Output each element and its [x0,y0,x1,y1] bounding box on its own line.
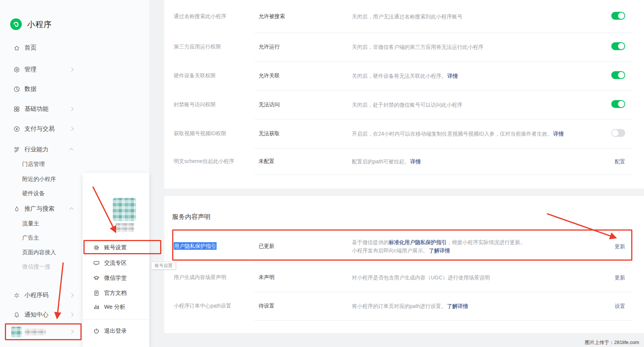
home-icon [14,45,20,51]
subitem-label: 页面内容接入 [22,249,56,256]
setting-status: 未配置 [259,158,274,165]
sidebar-item-label: 基础功能 [24,105,48,113]
description-text: 关闭后，硬件设备将无法关联此小程序。 [352,73,447,79]
manage-icon [14,66,20,73]
chevron-up-icon [69,148,73,152]
subitem-label: 流量主 [22,220,39,227]
toggle-switch[interactable] [611,129,625,137]
sidebar-item-label: 行业能力 [24,146,48,154]
subitem-label: 硬件设备 [22,190,45,197]
chevron-right-icon [69,107,73,111]
setting-description: 关闭后，硬件设备将无法关联此小程序。详情 [352,72,595,80]
setting-label: 用户生成内容场景声明 [174,274,226,281]
pie-chart-icon [14,86,20,92]
toggle-knob [612,130,618,136]
toggle-switch[interactable] [611,12,625,20]
setting-label: 第三方应用运行权限 [174,44,221,50]
detail-link[interactable]: 详情 [447,73,458,79]
configure-link[interactable]: 配置 [615,158,625,164]
chevron-right-icon [69,329,73,333]
settings-row: 第三方应用运行权限 允许运行 关闭后，非微信客户端的第三方应用将无法运行此小程序 [164,33,644,61]
update-link[interactable]: 更新 [615,274,625,280]
sparkle-code-icon [14,292,20,299]
description-text: 配置后的path可被拉起。 [352,158,409,164]
chevron-right-icon [69,293,73,297]
setting-status: 未声明 [259,274,274,281]
toggle-switch[interactable] [611,71,625,79]
setting-status: 待设置 [259,303,274,309]
description-text: 对小程序是否包含用户生成内容（UGC）进行使用场景说明 [352,275,490,281]
detail-link[interactable]: 详情 [410,158,421,164]
description-text: 开启后，在24小时内可以在移动端复制任意视频号视频ID入参，仅对当前操作者生效。 [352,131,553,137]
popup-item-label: 退出登录 [104,327,127,335]
set-link[interactable]: 设置 [615,303,625,309]
settings-row: 明文scheme拉起此小程序 未配置 配置后的path可被拉起。详情 配置 [164,148,644,175]
popup-divider [83,319,149,320]
subitem-label: 微信搜一搜 [22,263,50,270]
popup-item-label: We 分析 [104,303,125,311]
setting-label: 硬件设备关联权限 [174,72,216,79]
settings-row: 用户隐私保护指引 已更新 基于微信提供的标准化用户隐私保护指引，根据小程序实际情… [164,229,644,263]
sidebar-item-label: 小程序码 [24,291,48,299]
sidebar-item-label: 数据 [24,85,36,93]
sidebar-item-home[interactable]: 首页 [0,40,149,55]
setting-description: 基于微信提供的标准化用户隐私保护指引，根据小程序实际情况进行更新。 小程序发布后… [352,238,595,255]
chevron-up-icon [69,207,73,211]
sidebar-item-label: 首页 [24,44,36,52]
app-title: 小程序 [27,19,52,30]
subitem-label: 门店管理 [22,161,45,168]
description-line: 基于微信提供的标准化用户隐私保护指引，根据小程序实际情况进行更新。 [352,238,595,246]
sidebar-item-data[interactable]: 数据 [0,81,149,97]
setting-label: 明文scheme拉起此小程序 [174,158,234,165]
miniprogram-logo-icon [10,18,22,30]
popup-item-official-docs[interactable]: 官方文档 [83,285,149,300]
sidebar-item-basic-functions[interactable]: 基础功能 [0,101,149,116]
update-link[interactable]: 更新 [615,243,625,249]
sidebar-subitem-store-manage[interactable]: 门店管理 [0,157,149,171]
popup-item-wechat-class[interactable]: 微信学堂 [83,270,149,285]
toggle-switch[interactable] [611,100,625,108]
setting-status: 已更新 [259,243,274,250]
setting-label: 获取视频号视频ID权限 [174,130,226,137]
toggle-knob [618,43,624,50]
setting-status: 无法访问 [259,101,280,108]
detail-link[interactable]: 详情 [553,131,564,137]
yuan-circle-icon [14,126,20,132]
settings-row: 用户生成内容场景声明 未声明 对小程序是否包含用户生成内容（UGC）进行使用场景… [164,263,644,292]
setting-status: 无法获取 [259,130,280,137]
setting-status: 允许关联 [259,72,280,79]
setting-label: 小程序订单中心path设置 [174,303,231,309]
row-divider [255,320,632,321]
setting-description: 开启后，在24小时内可以在移动端复制任意视频号视频ID入参，仅对当前操作者生效。… [352,130,595,138]
privacy-guide-link[interactable]: 标准化用户隐私保护指引 [389,239,447,245]
popup-item-we-analysis[interactable]: We 分析 [83,299,149,314]
setting-description: 对小程序是否包含用户生成内容（UGC）进行使用场景说明 [352,273,595,282]
graduation-cap-icon [93,275,100,281]
toggle-switch[interactable] [611,42,625,50]
popup-item-logout[interactable]: 退出登录 [83,323,149,338]
selected-text-highlight: 用户隐私保护指引 [174,242,217,250]
account-settings-tooltip: 账号设置 [151,262,176,270]
popup-item-forum[interactable]: 交流专区 [83,255,149,270]
sidebar-item-industry[interactable]: 行业能力 [0,142,149,157]
gear-icon [93,244,100,251]
setting-label: 通过名称搜索此小程序 [174,13,226,20]
service-declaration-card: 服务内容声明 用户隐私保护指引 已更新 基于微信提供的标准化用户隐私保护指引，根… [164,196,644,333]
popup-item-label: 官方文档 [104,290,127,297]
learn-more-link[interactable]: 了解详情 [447,303,468,309]
popup-item-account-settings[interactable]: 账号设置 [83,240,149,255]
sidebar-item-payment[interactable]: 支付与交易 [0,121,149,136]
sidebar-item-manage[interactable]: 管理 [0,62,149,77]
profile-avatar[interactable] [11,327,22,337]
description-line: 小程序发布后即向c端用户展示。了解详情 [352,246,595,255]
flame-icon [14,206,20,212]
tooltip-text: 账号设置 [155,263,173,269]
permissions-card: 通过名称搜索此小程序 允许被搜索 关闭后，用户无法通过名称搜索到此小程序账号 第… [164,0,644,189]
section-title: 服务内容声明 [172,213,211,221]
subitem-label: 广告主 [22,234,39,241]
settings-row: 小程序订单中心path设置 待设置 将小程序的订单页对应的path进行设置。了解… [164,292,644,320]
description-text: 关闭后，处于封禁的微信账号可以访问此小程序 [352,102,462,108]
learn-more-link[interactable]: 了解详情 [429,247,450,253]
description-text: 基于微信提供的 [352,239,389,245]
watermark-text: 图片上传于：281life.com [585,339,639,346]
